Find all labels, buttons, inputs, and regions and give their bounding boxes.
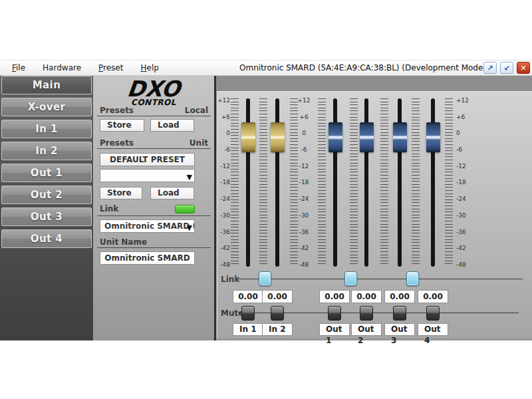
gain-value-out3[interactable]: 0.00 bbox=[384, 290, 415, 303]
scale-label: -6 bbox=[297, 146, 311, 154]
divider bbox=[97, 247, 211, 248]
sidebar-item-out1[interactable]: Out 1 bbox=[1, 164, 92, 182]
scale-label: -36 bbox=[216, 228, 230, 236]
gain-value-in2[interactable]: 0.00 bbox=[262, 290, 293, 303]
gain-value-out4[interactable]: 0.00 bbox=[418, 290, 448, 303]
window-maximize-icon[interactable]: ↗ bbox=[483, 62, 497, 74]
scale-label: -18 bbox=[297, 178, 311, 186]
presets-local-header: Presets Local bbox=[100, 106, 208, 115]
link-title: Link bbox=[100, 204, 118, 213]
scale-label: -24 bbox=[216, 195, 230, 203]
fader-knob-out2[interactable] bbox=[360, 122, 374, 152]
default-preset-button[interactable]: DEFAULT PRESET bbox=[100, 153, 195, 166]
store-unit-button[interactable]: Store bbox=[100, 187, 142, 200]
dxo-logo: DXO CONTROL bbox=[93, 78, 214, 107]
link-handle-out3-out4[interactable] bbox=[406, 271, 419, 286]
sidebar-item-xover[interactable]: X-over bbox=[1, 98, 92, 116]
scale-label: -48 bbox=[297, 261, 311, 269]
menu-file[interactable]: File bbox=[8, 62, 29, 74]
scale-label: -12 bbox=[456, 162, 471, 170]
channel-label-out2: Out 2 bbox=[351, 323, 382, 336]
scale-label: +6 bbox=[456, 113, 471, 121]
channel-label-in1: In 1 bbox=[233, 323, 263, 336]
sidebar-item-in2[interactable]: In 2 bbox=[1, 142, 92, 160]
scale-label: -18 bbox=[216, 178, 230, 186]
presets-local-title: Presets bbox=[100, 106, 134, 115]
device-select-value: Omnitronic SMARD (5A: bbox=[104, 221, 195, 231]
load-unit-button[interactable]: Load bbox=[150, 187, 194, 200]
scale-label: -30 bbox=[456, 211, 471, 219]
link-status-led bbox=[175, 205, 195, 213]
gain-value-out1[interactable]: 0.00 bbox=[319, 290, 350, 303]
scale-label: +12 bbox=[216, 96, 230, 104]
gain-value-out2[interactable]: 0.00 bbox=[351, 290, 382, 303]
tick-strip bbox=[290, 98, 298, 267]
menu-bar: File Hardware Preset Help Omnitronic SMA… bbox=[0, 61, 532, 76]
presets-local-scope: Local bbox=[185, 106, 208, 115]
unit-name-field[interactable]: Omnitronic SMARD bbox=[100, 251, 195, 265]
scale-label: -18 bbox=[456, 178, 471, 186]
app-window: File Hardware Preset Help Omnitronic SMA… bbox=[0, 60, 532, 340]
gain-value-in1[interactable]: 0.00 bbox=[233, 290, 263, 303]
mute-button-out4[interactable] bbox=[426, 306, 440, 321]
fader-knob-out1[interactable] bbox=[329, 122, 342, 152]
scale-label: -36 bbox=[297, 228, 311, 236]
tick-strip bbox=[445, 98, 453, 267]
scale-label: 0 bbox=[216, 129, 230, 137]
scale-label: -30 bbox=[216, 211, 230, 219]
sidebar-item-out4[interactable]: Out 4 bbox=[1, 229, 92, 248]
link-handle-out1-out2[interactable] bbox=[344, 271, 357, 286]
mute-button-out2[interactable] bbox=[360, 306, 373, 321]
channel-label-out1: Out 1 bbox=[319, 323, 350, 336]
fader-knob-out4[interactable] bbox=[426, 122, 440, 152]
unit-name-header: Unit Name bbox=[100, 237, 208, 247]
scale-label: -30 bbox=[297, 211, 311, 219]
scale-label: -48 bbox=[216, 261, 230, 269]
scale-label: -12 bbox=[297, 162, 311, 170]
channel-label-in2: In 2 bbox=[262, 323, 293, 336]
screenshot-stage: File Hardware Preset Help Omnitronic SMA… bbox=[0, 0, 532, 399]
presets-unit-header: Presets Unit bbox=[100, 138, 208, 148]
menu-help[interactable]: Help bbox=[136, 62, 162, 74]
sidebar-item-main[interactable]: Main bbox=[1, 76, 92, 94]
control-panel: DXO CONTROL Presets Local Store Load Pre… bbox=[93, 76, 216, 340]
link-row-label: Link bbox=[221, 275, 239, 284]
scale-label: -36 bbox=[456, 228, 471, 236]
window-restore-icon[interactable]: ↙ bbox=[500, 62, 513, 74]
sidebar-item-out3[interactable]: Out 3 bbox=[1, 207, 92, 226]
scale-label: -42 bbox=[297, 244, 311, 252]
scale-label: -24 bbox=[297, 195, 311, 203]
scale-label: +6 bbox=[297, 113, 311, 121]
window-controls: ↗ ↙ ✕ bbox=[483, 62, 530, 74]
chevron-down-icon: ▼ bbox=[187, 222, 192, 233]
scale-label: -24 bbox=[456, 195, 471, 203]
preset-select[interactable]: ▼ bbox=[100, 169, 195, 182]
link-handle-in1-in2[interactable] bbox=[259, 271, 271, 286]
mute-button-in2[interactable] bbox=[271, 306, 284, 321]
sidebar-item-in1[interactable]: In 1 bbox=[1, 120, 92, 138]
presets-unit-scope: Unit bbox=[190, 138, 208, 148]
unit-name-title: Unit Name bbox=[100, 237, 147, 247]
fader-panel: +12 +6 0 -6 -12 -18 -24 -30 -36 -42 -48 … bbox=[216, 76, 532, 340]
scale-label: -6 bbox=[456, 146, 471, 154]
channel-label-out3: Out 3 bbox=[384, 323, 415, 336]
mute-button-in1[interactable] bbox=[241, 306, 255, 321]
scale-label: -48 bbox=[456, 261, 471, 269]
mute-button-out3[interactable] bbox=[393, 306, 406, 321]
device-select[interactable]: Omnitronic SMARD (5A: ▼ bbox=[100, 219, 195, 233]
mute-button-out1[interactable] bbox=[328, 306, 341, 321]
menu-hardware[interactable]: Hardware bbox=[39, 62, 85, 74]
divider bbox=[97, 148, 211, 149]
menu-preset[interactable]: Preset bbox=[94, 62, 127, 74]
store-local-button[interactable]: Store bbox=[100, 119, 144, 132]
db-scale-middle: +12 +6 0 -6 -12 -18 -24 -30 -36 -42 -48 bbox=[297, 96, 311, 269]
fader-knob-in2[interactable] bbox=[271, 122, 285, 152]
logo-text: DXO bbox=[92, 78, 215, 100]
load-local-button[interactable]: Load bbox=[150, 119, 194, 132]
window-close-icon[interactable]: ✕ bbox=[517, 62, 530, 74]
window-title: Omnitronic SMARD (5A:4E:A9:CA:38:BL) (De… bbox=[239, 63, 486, 72]
tick-strip bbox=[259, 98, 267, 267]
fader-knob-out3[interactable] bbox=[393, 122, 407, 152]
sidebar-item-out2[interactable]: Out 2 bbox=[1, 186, 92, 204]
fader-knob-in1[interactable] bbox=[241, 122, 255, 152]
